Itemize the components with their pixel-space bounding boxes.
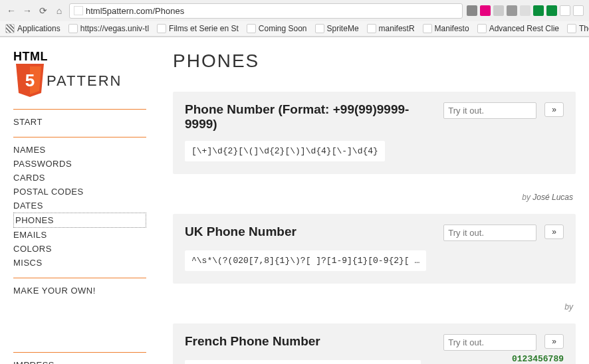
svg-text:5: 5 [25,70,35,90]
nav-names[interactable]: NAMES [13,143,146,157]
bookmark-icon [157,24,166,33]
hangouts-icon[interactable] [546,5,557,16]
nav-section-start: START [13,109,146,134]
bookmark-icon [315,24,324,33]
bookmark-item[interactable]: manifestR [367,24,415,33]
bookmark-item[interactable]: Advanced Rest Clie [477,24,559,33]
patterns-list: Phone Number (Format: +99(99)9999-9999)»… [173,92,576,364]
ext-icon[interactable] [573,5,584,16]
bookmark-item[interactable]: Manifesto [423,24,469,33]
bookmark-label: Films et Serie en St [169,24,239,33]
bookmark-label: SpriteMe [327,24,359,33]
pattern-regex: ^\s*\(?(020[7,8]{1}\)?[ ]?[1-9]{1}[0-9{2… [185,250,426,271]
nav-miscs[interactable]: MISCS [13,256,146,270]
bookmark-icon [247,24,256,33]
pattern-card: French Phone Number»^(?:0|\(?\+33\)?\s?|… [173,323,576,364]
ext-icon[interactable] [493,5,504,16]
url-text: html5pattern.com/Phones [86,6,184,16]
ext-icon[interactable] [467,5,477,16]
bookmark-label: Advanced Rest Clie [489,24,559,33]
try-input[interactable] [443,225,536,241]
bookmark-label: Manifesto [435,24,469,33]
bookmark-item[interactable]: SpriteMe [315,24,359,33]
nav-cards[interactable]: CARDS [13,171,146,185]
submit-button[interactable]: » [544,102,564,117]
bookmark-icon [367,24,376,33]
pattern-title: Phone Number (Format: +99(99)9999-9999) [185,102,435,132]
sidebar: HTML 5 PATTERN START NAMESPASSWORDSCARDS… [13,50,146,364]
page-body: HTML 5 PATTERN START NAMESPASSWORDSCARDS… [0,37,589,364]
nav-colors[interactable]: COLORS [13,242,146,256]
forward-button[interactable]: → [21,5,33,17]
bookmark-item[interactable]: https://vegas.univ-tl [68,24,149,33]
bookmark-label: Coming Soon [259,24,307,33]
nav-emails[interactable]: EMAILS [13,228,146,242]
nav-start[interactable]: START [13,115,146,129]
bookmark-label: Applications [17,24,60,33]
logo-side-text: PATTERN [47,72,122,90]
ext-icon[interactable] [507,5,517,16]
pattern-title: UK Phone Number [185,225,435,239]
bookmark-label: https://vegas.univ-tl [80,24,149,33]
bookmark-item[interactable]: Applications [5,24,60,33]
nav-make-your-own[interactable]: MAKE YOUR OWN! [13,284,146,298]
pattern-regex: [\+]\d{2}[\(]\d{2}[\)]\d{4}[\-]\d{4} [185,141,385,161]
try-input[interactable] [443,102,536,119]
pattern-regex: ^(?:0|\(?\+33\)?\s?|0033\s?)[1-79](?:[\.… [185,360,421,364]
home-button[interactable]: ⌂ [53,5,65,17]
page-title: PHONES [173,50,576,72]
nav-section-impress: IMPRESS [13,352,146,364]
bookmark-icon [68,24,78,33]
browser-toolbar: ← → ⟳ ⌂ html5pattern.com/Phones [0,0,589,21]
try-input[interactable] [443,334,536,351]
url-bar[interactable]: html5pattern.com/Phones [69,3,463,19]
html5-logo-icon: 5 [13,62,47,100]
pattern-card: Phone Number (Format: +99(99)9999-9999)»… [173,92,576,174]
pattern-author-line: by José Lucas [173,193,576,202]
ext-icon[interactable] [560,5,570,16]
nav-section-categories: NAMESPASSWORDSCARDSPOSTAL CODESDATESPHON… [13,137,146,275]
bookmark-icon [567,24,576,33]
bookmark-item[interactable]: Films et Serie en St [157,24,239,33]
ext-icon[interactable] [480,5,491,16]
main-content: PHONES Phone Number (Format: +99(99)9999… [173,50,576,364]
bookmarks-bar: Applicationshttps://vegas.univ-tlFilms e… [0,21,589,37]
ext-icon[interactable] [533,5,544,16]
pattern-card: UK Phone Number»^\s*\(?(020[7,8]{1}\)?[ … [173,214,576,284]
nav-section-make: MAKE YOUR OWN! [13,278,146,303]
nav-passwords[interactable]: PASSWORDS [13,157,146,171]
nav-dates[interactable]: DATES [13,199,146,213]
pattern-author-line: by [173,302,576,312]
back-button[interactable]: ← [5,5,17,17]
bookmark-icon [423,24,432,33]
submit-button[interactable]: » [544,334,564,349]
bookmark-item[interactable]: The HTML5 Docum [567,24,589,33]
star-icon[interactable] [520,5,530,16]
page-icon [74,6,83,15]
browser-chrome: ← → ⟳ ⌂ html5pattern.com/Phones Applicat… [0,0,589,37]
bookmark-label: The HTML5 Docum [579,24,589,33]
logo-top-text: HTML [13,50,146,62]
nav-postal-codes[interactable]: POSTAL CODES [13,185,146,199]
pattern-title: French Phone Number [185,334,435,349]
pattern-examples: 012345678906234567890723456789 [512,354,564,364]
submit-button[interactable]: » [544,225,564,239]
bookmark-item[interactable]: Coming Soon [247,24,307,33]
nav-impress[interactable]: IMPRESS [13,358,146,364]
bookmark-label: manifestR [379,24,415,33]
reload-button[interactable]: ⟳ [37,5,49,17]
extension-icons [467,5,584,16]
bookmark-icon [477,24,487,33]
nav-phones[interactable]: PHONES [13,213,146,228]
logo-area: HTML 5 PATTERN [13,50,146,100]
bookmark-icon [5,24,15,33]
